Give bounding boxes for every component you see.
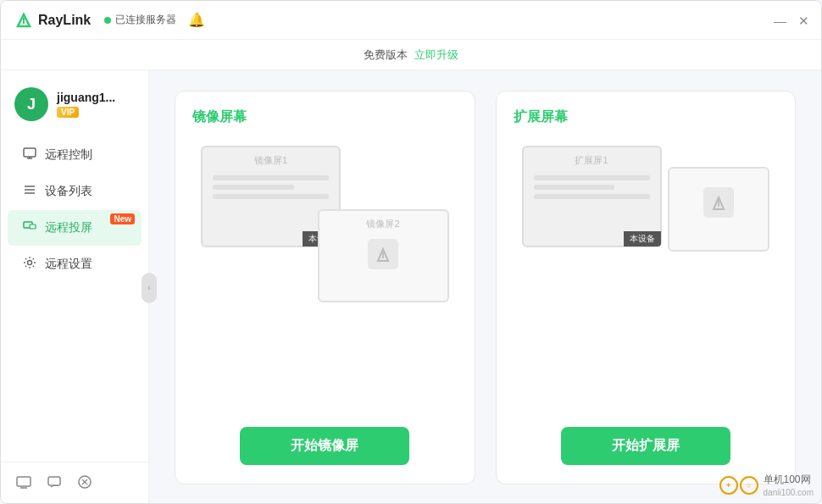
- sidebar-toggle-handle[interactable]: ‹: [142, 273, 157, 303]
- connection-status-dot: [104, 17, 111, 24]
- user-profile: J jiguang1... VIP: [1, 79, 148, 136]
- main-layout: J jiguang1... VIP 远程控制: [1, 70, 821, 504]
- mirror-screen-2-label: 镜像屏2: [319, 218, 447, 230]
- user-info: jiguang1... VIP: [57, 91, 115, 118]
- mirror-screen-2: 镜像屏2: [318, 209, 449, 302]
- settings-icon: [23, 256, 36, 273]
- svg-point-10: [28, 261, 32, 265]
- svg-rect-9: [30, 224, 36, 229]
- sidebar-item-remote-projection[interactable]: 远程投屏 New: [8, 210, 142, 246]
- chat-icon[interactable]: [47, 474, 62, 493]
- username: jiguang1...: [57, 91, 115, 104]
- list-icon: [23, 183, 36, 200]
- extend-screen-1: 扩展屏1 本设备: [522, 146, 662, 247]
- projection-icon: [23, 219, 36, 236]
- logo-text: RayLink: [38, 13, 91, 28]
- svg-rect-2: [24, 148, 36, 157]
- logo: RayLink: [14, 11, 91, 30]
- extend-screen-1-label: 扩展屏1: [524, 154, 660, 167]
- mirror-preview-container: 镜像屏1 本设备 镜像屏2: [192, 141, 458, 302]
- watermark-circle-1: +: [719, 476, 738, 495]
- watermark-logo: + ○: [719, 476, 758, 495]
- extend-preview-container: 扩展屏1 本设备: [514, 141, 779, 302]
- sidebar-item-remote-control[interactable]: 远程控制: [8, 137, 142, 173]
- title-bar: RayLink 已连接服务器 🔔 — ✕: [1, 1, 821, 40]
- extend-screen-2: [668, 167, 769, 252]
- sidebar-item-label: 远程投屏: [45, 220, 92, 235]
- sidebar-item-device-list[interactable]: 设备列表: [8, 174, 142, 209]
- notification-bell-icon[interactable]: 🔔: [188, 12, 205, 28]
- extend-this-device-badge: 本设备: [624, 231, 661, 246]
- vip-badge: VIP: [57, 107, 79, 118]
- upgrade-bar: 免费版本 立即升级: [1, 40, 821, 70]
- extend-raylink-symbol: [703, 187, 734, 218]
- new-badge: New: [110, 213, 135, 224]
- close-button[interactable]: ✕: [798, 14, 809, 26]
- sidebar-item-label: 设备列表: [45, 184, 92, 199]
- screen-share-icon[interactable]: [16, 474, 31, 493]
- sidebar-item-label: 远程设置: [45, 257, 92, 272]
- start-mirror-button[interactable]: 开始镜像屏: [240, 427, 409, 465]
- watermark-text: 单机100网 danii100.com: [764, 473, 814, 497]
- sidebar-item-label: 远程控制: [45, 147, 92, 163]
- sidebar-item-remote-settings[interactable]: 远程设置: [8, 246, 142, 282]
- extend-card-title: 扩展屏幕: [514, 108, 568, 126]
- raylink-logo-icon: [14, 11, 33, 30]
- extend-screen-card: 扩展屏幕 扩展屏1 本设备: [496, 91, 797, 485]
- window-controls: — ✕: [774, 14, 809, 26]
- start-extend-button[interactable]: 开始扩展屏: [561, 427, 730, 465]
- help-icon[interactable]: [77, 474, 92, 493]
- avatar: J: [14, 87, 48, 121]
- mirror-card-title: 镜像屏幕: [192, 108, 247, 126]
- upgrade-link[interactable]: 立即升级: [414, 47, 458, 63]
- free-version-text: 免费版本: [364, 47, 408, 63]
- mirror-screen-card: 镜像屏幕 镜像屏1 本设备 镜像屏2: [175, 91, 475, 485]
- nav-items: 远程控制 设备列表: [1, 136, 148, 462]
- sidebar-bottom: [1, 462, 148, 504]
- svg-rect-13: [48, 477, 60, 485]
- main-content: 镜像屏幕 镜像屏1 本设备 镜像屏2: [149, 70, 821, 504]
- sidebar: J jiguang1... VIP 远程控制: [1, 70, 149, 504]
- connection-status-text: 已连接服务器: [115, 13, 176, 27]
- monitor-icon: [23, 147, 36, 163]
- mirror-screen-1-label: 镜像屏1: [203, 154, 339, 167]
- minimize-button[interactable]: —: [774, 14, 786, 26]
- watermark: + ○ 单机100网 danii100.com: [719, 473, 814, 497]
- raylink-symbol: [368, 239, 398, 269]
- svg-rect-11: [17, 477, 31, 486]
- watermark-circle-2: ○: [740, 476, 758, 495]
